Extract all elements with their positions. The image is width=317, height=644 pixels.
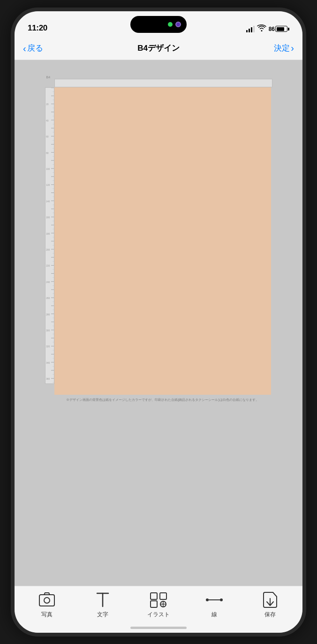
back-label: 戻る [27, 43, 43, 54]
svg-point-166 [44, 598, 50, 603]
svg-text:200: 200 [46, 248, 50, 251]
toolbar-save[interactable]: 保存 [256, 592, 284, 619]
canvas-area[interactable]: B4 020406080100120140160180200220240260 … [15, 60, 302, 586]
status-time: 11:20 [28, 23, 47, 33]
svg-text:240: 240 [46, 281, 50, 284]
home-indicator [130, 627, 187, 629]
toolbar-line[interactable]: 線 [200, 592, 228, 619]
svg-text:80: 80 [46, 152, 49, 154]
b4-label: B4 [46, 76, 51, 79]
wifi-icon [257, 25, 266, 33]
island-dot-purple [175, 22, 181, 27]
svg-text:340: 340 [46, 361, 50, 364]
svg-text:300: 300 [46, 329, 50, 332]
photo-label: 写真 [41, 611, 53, 619]
svg-text:120: 120 [46, 184, 50, 186]
text-label: 文字 [97, 611, 108, 619]
svg-text:280: 280 [46, 313, 50, 316]
save-icon [262, 592, 278, 608]
phone-frame: 11:20 86 [11, 8, 306, 636]
svg-text:40: 40 [46, 119, 49, 122]
svg-text:60: 60 [46, 135, 49, 138]
svg-point-177 [220, 598, 223, 601]
text-icon [95, 592, 111, 608]
svg-point-175 [206, 598, 209, 601]
back-button[interactable]: ‹ 戻る [23, 43, 43, 54]
dynamic-island [130, 16, 187, 33]
svg-rect-170 [160, 593, 166, 599]
svg-rect-165 [39, 595, 54, 606]
nav-bar: ‹ 戻る B4デザイン 決定 › [15, 37, 302, 60]
line-icon [206, 592, 222, 608]
page-title: B4デザイン [137, 43, 180, 54]
svg-rect-169 [151, 593, 157, 599]
svg-text:320: 320 [46, 345, 50, 348]
toolbar-text[interactable]: 文字 [89, 592, 117, 619]
design-paper[interactable]: ※デザイン画面の背景色は紙をイメージしたカラーですが、印刷された台紙(納品される… [54, 87, 271, 395]
svg-text:180: 180 [46, 232, 50, 235]
battery-icon: 86 [269, 26, 289, 32]
svg-text:360: 360 [46, 377, 50, 380]
phone-screen: 11:20 86 [15, 11, 302, 633]
chevron-right-icon: › [291, 43, 294, 54]
toolbar-illust[interactable]: イラスト [144, 592, 173, 619]
svg-rect-171 [151, 601, 157, 607]
ruler-left: 2040608010012014016018020022024026028030… [45, 87, 54, 384]
svg-text:20: 20 [46, 103, 49, 106]
line-label: 線 [211, 611, 217, 619]
svg-text:260: 260 [46, 297, 50, 299]
toolbar-photo[interactable]: 写真 [33, 592, 61, 619]
svg-text:160: 160 [46, 216, 50, 219]
signal-icon [246, 26, 255, 32]
chevron-left-icon: ‹ [23, 44, 26, 53]
design-workspace: B4 020406080100120140160180200220240260 … [45, 74, 272, 393]
ruler-top: 020406080100120140160180200220240260 [54, 79, 272, 87]
svg-text:100: 100 [46, 168, 50, 170]
photo-icon [39, 592, 55, 608]
decide-label: 決定 [274, 43, 290, 54]
svg-text:220: 220 [46, 264, 50, 267]
bottom-toolbar: 写真 文字 [15, 586, 302, 633]
decide-button[interactable]: 決定 › [274, 43, 294, 54]
island-dot-green [168, 22, 173, 27]
design-note: ※デザイン画面の背景色は紙をイメージしたカラーですが、印刷された台紙(納品される… [54, 398, 271, 402]
illust-label: イラスト [147, 611, 170, 619]
status-right: 86 [246, 25, 289, 33]
svg-text:140: 140 [46, 200, 50, 203]
battery-percent: 86 [269, 26, 275, 32]
illust-icon [151, 592, 166, 608]
save-label: 保存 [264, 611, 276, 619]
